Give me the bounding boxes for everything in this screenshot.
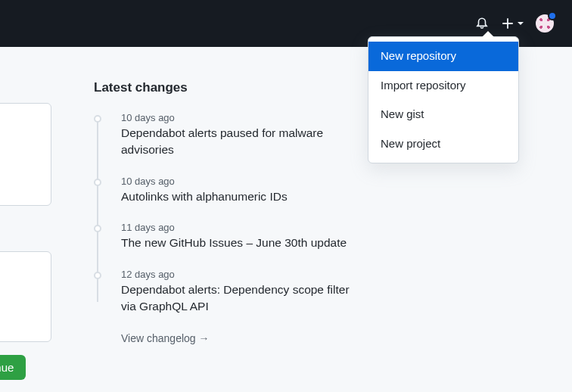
timeline: 10 days ago Dependabot alerts paused for… — [94, 112, 366, 344]
view-changelog-link[interactable]: View changelog → — [94, 332, 366, 344]
entry-title: Dependabot alerts paused for malware adv… — [121, 125, 366, 159]
user-avatar[interactable] — [536, 14, 554, 33]
avatar-image — [536, 14, 554, 33]
timeline-dot-icon — [94, 179, 101, 186]
caret-down-icon — [518, 22, 524, 25]
unread-indicator — [548, 11, 557, 20]
plus-icon — [501, 17, 514, 30]
continue-button[interactable]: inue — [0, 355, 26, 380]
create-new-menu: New repository Import repository New gis… — [368, 36, 519, 163]
timeline-dot-icon — [94, 272, 101, 279]
entry-time: 12 days ago — [121, 269, 366, 280]
changelog-entry[interactable]: 10 days ago Dependabot alerts paused for… — [94, 112, 366, 159]
entry-time: 11 days ago — [121, 222, 366, 233]
feed-heading: Latest changes — [94, 80, 366, 95]
menu-item-import-repository[interactable]: Import repository — [368, 71, 518, 101]
left-sidebar-fragments — [0, 103, 51, 387]
sidebar-card — [0, 251, 51, 342]
entry-time: 10 days ago — [121, 176, 366, 187]
timeline-dot-icon — [94, 115, 101, 123]
entry-title: The new GitHub Issues – June 30th update — [121, 235, 366, 251]
changelog-entry[interactable]: 11 days ago The new GitHub Issues – June… — [94, 222, 366, 251]
menu-item-new-repository[interactable]: New repository — [368, 42, 518, 71]
entry-title: Dependabot alerts: Dependency scope filt… — [121, 282, 366, 316]
create-new-button[interactable] — [501, 17, 524, 30]
changelog-entry[interactable]: 10 days ago Autolinks with alphanumeric … — [94, 176, 366, 205]
entry-time: 10 days ago — [121, 112, 366, 123]
entry-title: Autolinks with alphanumeric IDs — [121, 188, 366, 205]
bell-icon — [475, 17, 489, 30]
menu-item-new-gist[interactable]: New gist — [368, 100, 518, 129]
changelog-entry[interactable]: 12 days ago Dependabot alerts: Dependenc… — [94, 269, 366, 316]
sidebar-card — [0, 103, 51, 206]
timeline-dot-icon — [94, 225, 101, 232]
latest-changes-feed: Latest changes 10 days ago Dependabot al… — [94, 80, 366, 344]
menu-item-new-project[interactable]: New project — [368, 129, 518, 159]
notifications-button[interactable] — [475, 17, 489, 30]
